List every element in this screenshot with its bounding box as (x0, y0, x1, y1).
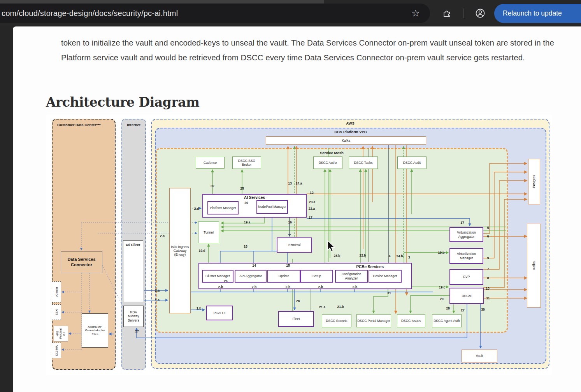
url-bar[interactable]: com/cloud/storage-design/docs/security/p… (0, 4, 430, 23)
node-vcenter: vCenter (52, 281, 61, 302)
architecture-diagram: Customer Data Center*** Internet AWS CCS… (46, 115, 552, 375)
edge-label: 1.b (197, 306, 201, 310)
edge-label: 29 (440, 297, 443, 301)
node-rda-midway: RDA Midway Servers (123, 306, 144, 327)
edge-label: 14 (252, 264, 256, 267)
mouse-cursor (327, 241, 338, 254)
node-dscc-tasks: DSCC Tasks (349, 156, 378, 169)
group-label-service-mesh: Service Mesh (157, 151, 507, 155)
body-paragraph: token to initialize the vault and encode… (61, 35, 559, 65)
node-configuration-analyzer: Configuration Analyzer (335, 270, 368, 283)
edge-label: 4 (389, 254, 391, 258)
edge-label: 28 (446, 306, 449, 310)
edge-label: 12 (310, 191, 313, 195)
edge-label: 18 (244, 244, 247, 248)
edge-label: 8 (487, 276, 489, 280)
node-platform-manager: Platform Manager (207, 201, 239, 214)
edge-label: 2.b (353, 285, 357, 289)
edge-label: 17 (460, 221, 464, 225)
edge-label: 11 (486, 296, 490, 300)
node-ui-client: UI/ Client (123, 240, 143, 302)
relaunch-button[interactable]: Relaunch to update (494, 4, 581, 23)
edge-label: 23.b (334, 254, 340, 258)
node-cadence: Cadence (196, 157, 225, 169)
ai-services-title: AI Services (203, 195, 306, 200)
edge-label: 22.a (309, 207, 315, 211)
relaunch-label: Relaunch to update (503, 9, 562, 18)
profile-icon[interactable] (473, 4, 488, 23)
node-kafka-top: Kafka (266, 136, 426, 145)
edge-label: 19.b (438, 251, 444, 255)
node-esxi: ESXi (52, 304, 61, 320)
pcbe-title: PCBe Services (356, 265, 384, 269)
page-title: Architecture Diagram (46, 95, 199, 110)
node-tunnel: Tunnel (198, 221, 219, 243)
page-content: token to initialize the vault and encode… (13, 26, 581, 392)
node-postgres: Postgres (528, 159, 540, 204)
edge-label: 19.c (439, 285, 446, 289)
node-vault: Vault (462, 350, 497, 362)
edge-label: 2.d (194, 207, 199, 211)
node-dscc-issues: DSCC Issues (397, 314, 425, 327)
node-dl380a: DL380A (52, 343, 61, 358)
node-alletra: Alletra MP GreenLake for Files (82, 313, 108, 348)
edge-label: 17 (309, 216, 312, 220)
node-nodepool-manager: NodePool Manager (256, 200, 288, 214)
edge-label: 22.b (359, 253, 366, 257)
node-istio-ingress-gateway: Istio Ingress Gateway (Envoy) (169, 188, 191, 313)
node-fleet: Fleet (278, 311, 314, 327)
edge-label: 31 (387, 291, 391, 295)
group-label-aws: AWS (152, 121, 549, 125)
edge-label: 26 (296, 299, 300, 303)
edge-label: 3 (408, 255, 410, 259)
node-dscc-audit: DSCC Audit (397, 156, 427, 169)
edge-label: 2.b (218, 285, 223, 289)
edge-label: 24.b (396, 254, 403, 258)
edge-label: 2.c (160, 234, 165, 238)
extensions-icon[interactable] (439, 4, 454, 23)
node-setup: Setup (300, 270, 333, 283)
edge-label: 5 (487, 226, 489, 230)
node-update: Update (267, 270, 300, 283)
edge-label: 27 (461, 308, 464, 312)
edge-label: 32 (211, 184, 214, 188)
edge-label: 2.b (318, 285, 323, 289)
node-device-manager: Device Manager (369, 270, 402, 283)
node-dscc-secrets: DSCC Secrets (322, 314, 351, 327)
edge-label: 25 (240, 186, 244, 190)
edge-label: 2.a (155, 288, 160, 292)
node-dscc-agent-auth: DSCC Agent Auth (432, 314, 462, 327)
edge-label: 23.a (309, 200, 316, 204)
edge-label: 10 (486, 287, 489, 290)
edge-label: 13 (288, 181, 291, 185)
group-label-vpc: CCS Platform VPC (156, 130, 546, 134)
node-dscc-authz: DSCC Authz (313, 156, 342, 169)
node-cvp: CVP (449, 269, 483, 285)
node-kafka-right: Kafka (527, 224, 541, 308)
node-virtualization-aggregator: Virtualization Aggregator (449, 227, 483, 242)
edge-label: 19.a (244, 220, 251, 224)
edge-label: 15 (286, 264, 290, 267)
node-ezmeral: Ezmeral (277, 237, 312, 253)
edge-label: 2.b (252, 285, 256, 289)
node-cluster-manager: Cluster Manager (202, 270, 233, 283)
edge-label: 6 (487, 234, 489, 238)
node-data-services-connector: Data Services Connector (61, 251, 102, 273)
star-icon[interactable]: ☆ (409, 4, 423, 23)
url-text: com/cloud/storage-design/docs/security/p… (0, 9, 178, 18)
window-top-strip (0, 0, 324, 4)
edge-label: 19.d (198, 249, 205, 253)
group-label-cdc: Customer Data Center*** (57, 123, 100, 127)
node-hpe-proliant: HPE ProLiant 8.0 (54, 326, 68, 341)
node-sso-broker: DSCC SSO Broker (232, 156, 261, 169)
node-api-aggregator: API Aggregator (235, 270, 267, 283)
edge-label: 2.b (286, 285, 290, 289)
group-label-internet: Internet (122, 123, 145, 127)
edge-label: 21.b (337, 305, 344, 309)
browser-chrome: com/cloud/storage-design/docs/security/p… (0, 0, 581, 26)
edge-label: 27 (135, 329, 139, 333)
edge-label: 1.a (155, 298, 160, 302)
edge-label: 20 (244, 201, 248, 205)
node-pcai-ui: PCAI UI (206, 306, 233, 320)
edge-label: 24.a (296, 181, 302, 185)
